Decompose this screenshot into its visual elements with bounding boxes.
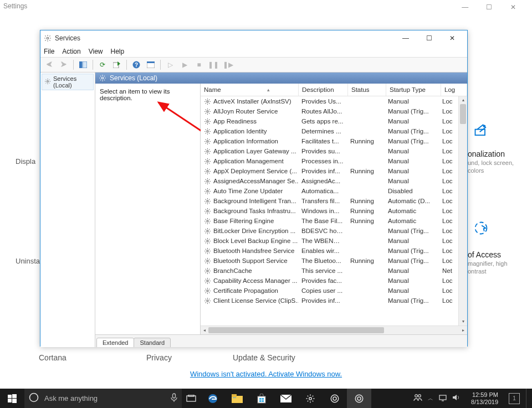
action-center-button[interactable]: 1 xyxy=(505,389,524,408)
service-row[interactable]: Application IdentityDetermines ...Manual… xyxy=(201,126,467,136)
col-status[interactable]: Status xyxy=(348,84,386,96)
menu-action[interactable]: Action xyxy=(62,48,80,55)
settings-tile-cortana[interactable]: Cortana xyxy=(39,353,66,362)
service-row[interactable]: BitLocker Drive Encryption ...BDESVC hos… xyxy=(201,226,467,236)
service-row[interactable]: Auto Time Zone UpdaterAutomatica...Disab… xyxy=(201,186,467,196)
tab-extended[interactable]: Extended xyxy=(96,338,134,347)
settings-tile-display[interactable]: Displa xyxy=(16,157,35,166)
toolbar-play-button[interactable]: ▶ xyxy=(178,59,191,71)
service-row[interactable]: Application InformationFacilitates t...R… xyxy=(201,136,467,146)
svg-rect-49 xyxy=(262,398,264,400)
menu-view[interactable]: View xyxy=(89,48,103,55)
tray-volume-icon[interactable] xyxy=(452,394,460,403)
toolbar-refresh-button[interactable]: ⟳ xyxy=(96,59,109,71)
tab-standard[interactable]: Standard xyxy=(134,338,171,347)
toolbar-restart-button[interactable]: ❚▶ xyxy=(221,59,234,71)
toolbar-show-hide-tree-button[interactable] xyxy=(76,59,90,71)
tray-chevron-up-icon[interactable]: ︿ xyxy=(428,395,433,402)
settings-tile-personalization[interactable]: onalization xyxy=(468,149,505,158)
scroll-right-icon[interactable]: ▸ xyxy=(459,328,467,333)
toolbar-help-button[interactable]: ? xyxy=(130,59,143,71)
services-maximize-button[interactable]: ☐ xyxy=(417,32,441,45)
horizontal-scrollbar[interactable]: ◂ ▸ xyxy=(201,326,467,334)
service-row[interactable]: Client License Service (ClipS...Provides… xyxy=(201,296,467,306)
svg-point-27 xyxy=(207,230,208,231)
settings-tile-privacy[interactable]: Privacy xyxy=(146,353,172,362)
taskbar-app-settings[interactable] xyxy=(298,389,323,408)
services-list[interactable]: ▴ ▾ ActiveX Installer (AxInstSV)Provides… xyxy=(201,96,467,326)
toolbar-properties-button[interactable] xyxy=(144,59,157,71)
settings-minimize-button[interactable]: — xyxy=(454,3,476,11)
taskbar-app-explorer[interactable] xyxy=(225,389,249,408)
toolbar-start-button[interactable]: ▷ xyxy=(163,59,177,71)
service-row[interactable]: AssignedAccessManager Se...AssignedAc...… xyxy=(201,176,467,186)
service-row[interactable]: App ReadinessGets apps re...ManualLoc xyxy=(201,116,467,126)
toolbar-pause-button[interactable]: ❚❚ xyxy=(207,59,220,71)
scroll-thumb[interactable] xyxy=(460,104,466,124)
nav-services-local[interactable]: Services (Local) xyxy=(42,74,94,90)
service-row[interactable]: Background Tasks Infrastru...Windows in.… xyxy=(201,206,467,216)
hscroll-thumb[interactable] xyxy=(208,327,384,333)
service-row[interactable]: Capability Access Manager ...Provides fa… xyxy=(201,276,467,286)
service-row[interactable]: AllJoyn Router ServiceRoutes AllJo...Man… xyxy=(201,106,467,116)
services-minimize-button[interactable]: — xyxy=(394,32,417,45)
services-titlebar[interactable]: Services — ☐ ✕ xyxy=(40,30,467,46)
taskbar-clock[interactable]: 12:59 PM 8/13/2019 xyxy=(467,391,503,406)
service-row[interactable]: Base Filtering EngineThe Base Fil...Runn… xyxy=(201,216,467,226)
task-view-button[interactable] xyxy=(182,389,201,408)
col-name[interactable]: Name xyxy=(201,84,299,96)
start-button[interactable] xyxy=(0,389,24,408)
settings-tile-update[interactable]: Update & Security xyxy=(233,353,295,362)
taskbar-app-services-1[interactable] xyxy=(323,389,347,408)
service-row[interactable]: ActiveX Installer (AxInstSV)Provides Us.… xyxy=(201,96,467,106)
service-row[interactable]: Certificate PropagationCopies user ...Ma… xyxy=(201,286,467,296)
system-tray[interactable]: ︿ xyxy=(409,394,464,403)
settings-tile-ease[interactable]: of Access xyxy=(468,250,501,259)
toolbar-back-button[interactable]: ⮜ xyxy=(43,59,56,71)
microphone-icon[interactable] xyxy=(171,393,177,404)
service-startup: Manual (Trig... xyxy=(385,247,439,254)
activate-windows-link[interactable]: Windows isn't activated. Activate Window… xyxy=(0,370,532,378)
menu-file[interactable]: File xyxy=(44,48,54,55)
service-startup: Automatic xyxy=(385,218,439,224)
vertical-scrollbar[interactable]: ▴ ▾ xyxy=(458,96,467,326)
service-row[interactable]: AppX Deployment Service (...Provides inf… xyxy=(201,166,467,176)
clock-time: 12:59 PM xyxy=(471,391,498,399)
col-logon[interactable]: Log xyxy=(441,84,467,96)
service-row[interactable]: Application Layer Gateway ...Provides su… xyxy=(201,146,467,156)
col-startup[interactable]: Startup Type xyxy=(386,84,441,96)
taskbar-app-store[interactable] xyxy=(249,389,274,408)
services-close-button[interactable]: ✕ xyxy=(441,32,464,45)
service-row[interactable]: Bluetooth Support ServiceThe Bluetoo...R… xyxy=(201,256,467,266)
taskbar-search[interactable]: Ask me anything xyxy=(24,389,182,408)
taskbar-app-services-active[interactable] xyxy=(347,389,371,408)
service-row[interactable]: Block Level Backup Engine ...The WBENG..… xyxy=(201,236,467,246)
scroll-up-icon[interactable]: ▴ xyxy=(459,96,467,104)
settings-tile-ease-sub1: magnifier, high xyxy=(468,260,508,267)
service-startup: Manual (Trig... xyxy=(385,228,439,234)
taskbar-app-edge[interactable] xyxy=(201,389,225,408)
tray-people-icon[interactable] xyxy=(413,394,422,403)
toolbar-export-button[interactable] xyxy=(110,59,124,71)
svg-text:?: ? xyxy=(135,62,138,68)
gear-icon xyxy=(99,74,106,82)
toolbar-forward-button[interactable]: ⮞ xyxy=(57,59,70,71)
service-row[interactable]: Background Intelligent Tran...Transfers … xyxy=(201,196,467,206)
tray-network-icon[interactable] xyxy=(439,394,447,403)
menu-help[interactable]: Help xyxy=(111,48,125,55)
settings-close-button[interactable]: ✕ xyxy=(502,3,524,11)
service-row[interactable]: Bluetooth Handsfree ServiceEnables wir..… xyxy=(201,246,467,256)
scroll-down-icon[interactable]: ▾ xyxy=(459,318,467,326)
service-status: Running xyxy=(347,138,385,144)
service-row[interactable]: BranchCacheThis service ...ManualNet xyxy=(201,266,467,276)
settings-maximize-button[interactable]: ☐ xyxy=(478,3,500,11)
gear-icon xyxy=(204,158,211,165)
taskbar-app-mail[interactable] xyxy=(274,389,298,408)
toolbar-stop-button[interactable]: ■ xyxy=(192,59,206,71)
show-desktop-button[interactable] xyxy=(526,389,530,408)
scroll-left-icon[interactable]: ◂ xyxy=(201,328,208,333)
col-description[interactable]: Description xyxy=(299,84,348,96)
gear-icon xyxy=(204,218,211,225)
service-row[interactable]: Application ManagementProcesses in...Man… xyxy=(201,156,467,166)
service-startup: Manual xyxy=(385,118,439,125)
